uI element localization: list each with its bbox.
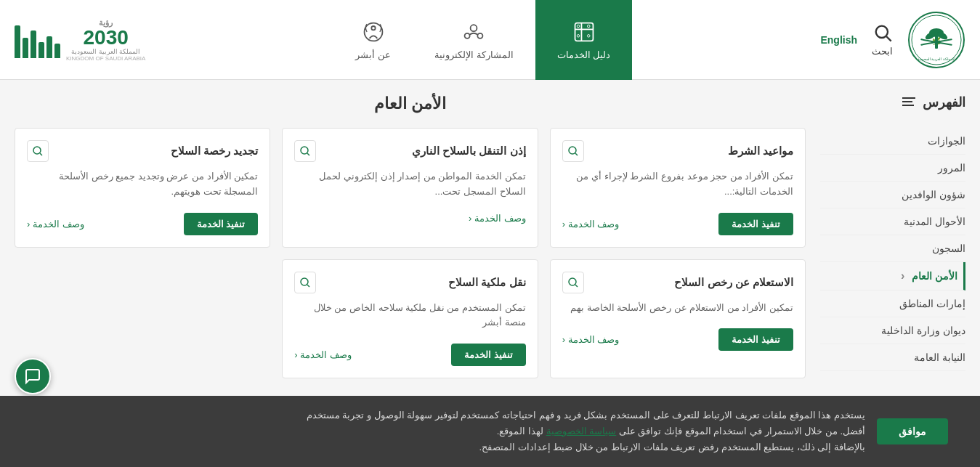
card-desc-1: تمكن الأفراد من حجز موعد بفروع الشرط لإج… [562, 169, 793, 200]
card-title-3: تجديد رخصة السلاح [171, 145, 258, 158]
svg-point-15 [587, 25, 590, 28]
sidebar-title: الفهرس [820, 94, 965, 116]
sidebar-item-passports[interactable]: الجوازات [820, 128, 965, 155]
execute-btn-5[interactable]: تنفيذ الخدمة [451, 344, 526, 366]
desc-btn-4[interactable]: وصف الخدمة ‹ [562, 334, 620, 345]
bar-6 [15, 25, 20, 58]
svg-point-18 [465, 33, 470, 38]
tab-services-guide[interactable]: دليل الخدمات [535, 0, 633, 80]
svg-point-25 [569, 147, 576, 154]
vision-text: رؤية 2030 المملكة العربية السعودية KINGD… [66, 18, 145, 62]
services-grid: مواعيد الشرط تمكن الأفراد من حجز موعد بف… [15, 128, 806, 378]
vision-2030-logo: رؤية 2030 المملكة العربية السعودية KINGD… [15, 18, 145, 62]
card-search-icon-4[interactable] [562, 272, 584, 293]
search-icon-2 [299, 145, 311, 157]
desc-btn-1[interactable]: وصف الخدمة ‹ [562, 219, 620, 230]
sidebar-item-emirates[interactable]: إمارات المناطق [820, 291, 965, 317]
sidebar-item-prisons[interactable]: السجون [820, 235, 965, 262]
bar-3 [39, 42, 44, 58]
sidebar-item-public-security[interactable]: الأمن العام ‹ [820, 262, 965, 291]
tab-about-absher[interactable]: عن أبشر [333, 0, 413, 80]
svg-point-17 [471, 25, 477, 31]
card-search-icon-5[interactable] [294, 272, 316, 293]
card-search-icon-1[interactable] [562, 140, 584, 162]
card-actions-2: وصف الخدمة ‹ [294, 213, 525, 224]
card-title-1: مواعيد الشرط [728, 145, 793, 158]
card-actions-3: تنفيذ الخدمة وصف الخدمة ‹ [27, 213, 258, 235]
content-area: الأمن العام مواعيد الشرط تمكن الأفراد من… [15, 94, 806, 378]
sidebar: الفهرس الجوازات المرور شؤون الوافدين الأ… [820, 94, 965, 378]
main-content: الفهرس الجوازات المرور شؤون الوافدين الأ… [0, 80, 980, 393]
vision-year: 2030 [66, 28, 145, 48]
sidebar-item-traffic[interactable]: المرور [820, 155, 965, 182]
sidebar-list: الجوازات المرور شؤون الوافدين الأحوال ال… [820, 128, 965, 371]
chat-icon [24, 367, 41, 385]
svg-rect-23 [902, 101, 912, 102]
header-right: 🌿 المملكة العربية السعودية [820, 11, 965, 69]
desc-btn-2[interactable]: وصف الخدمة ‹ [469, 213, 526, 224]
svg-point-19 [478, 33, 483, 38]
svg-point-29 [33, 147, 41, 154]
language-link[interactable]: English [820, 34, 857, 46]
card-header-1: مواعيد الشرط [562, 140, 793, 162]
tab-services-guide-label: دليل الخدمات [557, 49, 611, 60]
card-actions-4: تنفيذ الخدمة وصف الخدمة ‹ [562, 328, 793, 351]
card-title-4: الاستعلام عن رخص السلاح [674, 276, 793, 289]
card-renew-weapon: تجديد رخصة السلاح تمكين الأفراد من عرض و… [15, 128, 270, 248]
collapse-icon: ‹ [901, 269, 904, 282]
card-search-icon-3[interactable] [27, 140, 49, 162]
execute-btn-1[interactable]: تنفيذ الخدمة [718, 213, 793, 235]
section-title: الأمن العام [15, 94, 806, 113]
search-icon-3 [32, 145, 44, 157]
saudi-logo: 🌿 المملكة العربية السعودية [907, 11, 965, 69]
sidebar-item-civil-affairs[interactable]: الأحوال المدنية [820, 208, 965, 235]
tab-electronic-participation[interactable]: المشاركة الإلكترونية [413, 0, 535, 80]
execute-btn-3[interactable]: تنفيذ الخدمة [184, 213, 259, 235]
svg-point-13 [577, 25, 580, 28]
search-icon-1 [567, 145, 579, 157]
card-weapon-inquiry: الاستعلام عن رخص السلاح تمكين الأفراد من… [550, 259, 806, 379]
bar-1 [54, 44, 60, 58]
card-header-4: الاستعلام عن رخص السلاح [562, 272, 793, 293]
desc-btn-5[interactable]: وصف الخدمة ‹ [294, 349, 352, 360]
about-absher-icon [360, 19, 386, 45]
card-firearm-permit: إذن التنقل بالسلاح الناري تمكن الخدمة ال… [282, 128, 538, 248]
svg-rect-22 [902, 97, 915, 99]
sidebar-item-interior-ministry[interactable]: ديوان وزارة الداخلية [820, 317, 965, 344]
card-police-appointments: مواعيد الشرط تمكن الأفراد من حجز موعد بف… [550, 128, 806, 248]
svg-point-10 [875, 26, 887, 38]
chat-button[interactable] [15, 358, 51, 393]
card-search-icon-2[interactable] [294, 140, 316, 162]
tab-participation-label: المشاركة الإلكترونية [434, 49, 514, 60]
vision-subtitle: المملكة العربية السعودية [66, 48, 145, 55]
search-label: ابحث [872, 46, 893, 57]
svg-rect-12 [575, 23, 593, 41]
card-desc-3: تمكين الأفراد من عرض وتجديد جميع رخص الأ… [27, 169, 258, 200]
svg-text:المملكة العربية السعودية: المملكة العربية السعودية [918, 57, 955, 62]
bar-5 [23, 38, 28, 58]
sidebar-item-expats[interactable]: شؤون الوافدين [820, 182, 965, 208]
desc-btn-3[interactable]: وصف الخدمة ‹ [27, 219, 84, 230]
header: 🌿 المملكة العربية السعودية [0, 0, 980, 80]
svg-line-11 [886, 36, 891, 41]
svg-line-28 [307, 153, 309, 155]
card-desc-4: تمكين الأفراد من الاستعلام عن رخص الأسلح… [562, 301, 793, 316]
execute-btn-4[interactable]: تنفيذ الخدمة [718, 328, 793, 351]
card-header-3: تجديد رخصة السلاح [27, 140, 258, 162]
search-button[interactable]: ابحث [872, 23, 893, 57]
card-desc-5: تمكن المستخدم من نقل ملكية سلاحه الخاص م… [294, 301, 525, 331]
card-title-5: نقل ملكية السلاح [448, 276, 525, 289]
vision-bars-chart [15, 22, 60, 58]
card-actions-1: تنفيذ الخدمة وصف الخدمة ‹ [562, 213, 793, 235]
bar-2 [46, 36, 52, 58]
card-desc-2: تمكن الخدمة المواطن من إصدار إذن إلكترون… [294, 169, 525, 200]
sidebar-item-general-secretariat[interactable]: النيابة العامة [820, 344, 965, 371]
svg-line-26 [575, 153, 578, 155]
bar-4 [31, 31, 36, 58]
svg-rect-24 [902, 105, 914, 106]
electronic-participation-icon [461, 19, 487, 45]
svg-point-14 [577, 35, 580, 38]
svg-point-21 [371, 26, 375, 30]
svg-point-27 [301, 147, 308, 154]
svg-point-31 [569, 278, 576, 285]
